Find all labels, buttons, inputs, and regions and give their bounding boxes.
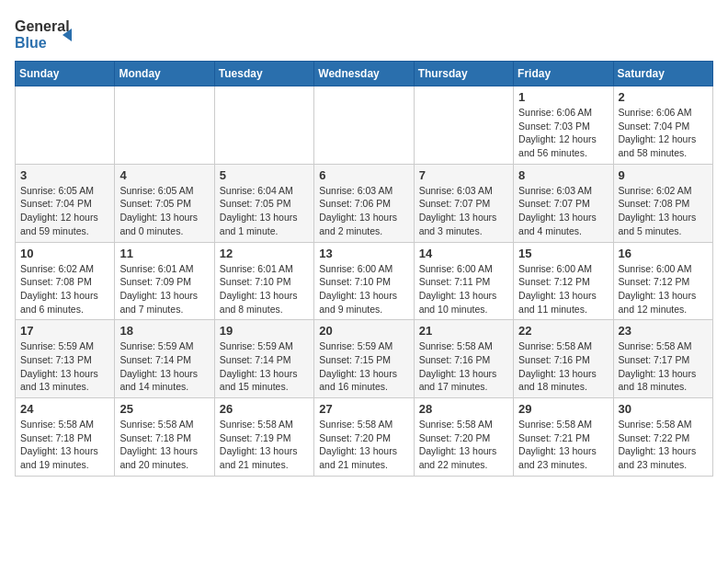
calendar-cell: 2Sunrise: 6:06 AM Sunset: 7:04 PM Daylig… bbox=[613, 86, 712, 165]
day-info: Sunrise: 5:58 AM Sunset: 7:18 PM Dayligh… bbox=[20, 418, 109, 472]
svg-text:Blue: Blue bbox=[15, 35, 47, 51]
logo: GeneralBlue bbox=[15, 15, 79, 52]
calendar-cell: 27Sunrise: 5:58 AM Sunset: 7:20 PM Dayli… bbox=[314, 398, 414, 477]
day-number: 30 bbox=[619, 402, 708, 416]
day-number: 28 bbox=[419, 402, 508, 416]
day-info: Sunrise: 6:06 AM Sunset: 7:04 PM Dayligh… bbox=[619, 106, 708, 160]
day-info: Sunrise: 6:03 AM Sunset: 7:07 PM Dayligh… bbox=[518, 184, 608, 238]
calendar-cell: 19Sunrise: 5:59 AM Sunset: 7:14 PM Dayli… bbox=[214, 320, 313, 398]
calendar-cell bbox=[414, 86, 513, 165]
day-info: Sunrise: 5:58 AM Sunset: 7:20 PM Dayligh… bbox=[319, 418, 408, 472]
day-info: Sunrise: 6:01 AM Sunset: 7:09 PM Dayligh… bbox=[119, 262, 209, 316]
day-number: 7 bbox=[419, 168, 508, 182]
day-number: 26 bbox=[220, 402, 309, 416]
calendar-cell: 15Sunrise: 6:00 AM Sunset: 7:12 PM Dayli… bbox=[514, 242, 613, 320]
weekday-header-saturday: Saturday bbox=[613, 62, 712, 86]
calendar-cell: 28Sunrise: 5:58 AM Sunset: 7:20 PM Dayli… bbox=[414, 398, 513, 477]
calendar-cell: 8Sunrise: 6:03 AM Sunset: 7:07 PM Daylig… bbox=[514, 164, 613, 242]
calendar-cell: 5Sunrise: 6:04 AM Sunset: 7:05 PM Daylig… bbox=[214, 164, 313, 242]
calendar-week-row: 10Sunrise: 6:02 AM Sunset: 7:08 PM Dayli… bbox=[16, 242, 713, 320]
day-number: 27 bbox=[319, 402, 408, 416]
day-number: 12 bbox=[220, 247, 309, 260]
weekday-header-friday: Friday bbox=[514, 62, 613, 86]
day-number: 6 bbox=[319, 168, 408, 182]
calendar-cell: 10Sunrise: 6:02 AM Sunset: 7:08 PM Dayli… bbox=[16, 242, 115, 320]
day-info: Sunrise: 5:59 AM Sunset: 7:14 PM Dayligh… bbox=[220, 339, 309, 394]
calendar-cell: 3Sunrise: 6:05 AM Sunset: 7:04 PM Daylig… bbox=[16, 164, 115, 242]
calendar-cell: 17Sunrise: 5:59 AM Sunset: 7:13 PM Dayli… bbox=[16, 320, 115, 398]
day-number: 5 bbox=[220, 168, 309, 182]
calendar-cell: 11Sunrise: 6:01 AM Sunset: 7:09 PM Dayli… bbox=[115, 242, 214, 320]
day-number: 2 bbox=[619, 90, 708, 104]
calendar-cell: 24Sunrise: 5:58 AM Sunset: 7:18 PM Dayli… bbox=[16, 398, 115, 477]
day-number: 1 bbox=[518, 90, 608, 104]
day-number: 23 bbox=[619, 324, 708, 338]
day-info: Sunrise: 6:00 AM Sunset: 7:12 PM Dayligh… bbox=[518, 262, 608, 316]
calendar-cell: 13Sunrise: 6:00 AM Sunset: 7:10 PM Dayli… bbox=[314, 242, 414, 320]
day-info: Sunrise: 5:58 AM Sunset: 7:19 PM Dayligh… bbox=[220, 418, 309, 472]
weekday-header-monday: Monday bbox=[115, 62, 214, 86]
day-info: Sunrise: 5:58 AM Sunset: 7:21 PM Dayligh… bbox=[518, 418, 608, 472]
calendar-cell: 18Sunrise: 5:59 AM Sunset: 7:14 PM Dayli… bbox=[115, 320, 214, 398]
calendar-cell: 29Sunrise: 5:58 AM Sunset: 7:21 PM Dayli… bbox=[514, 398, 613, 477]
calendar-header-row: SundayMondayTuesdayWednesdayThursdayFrid… bbox=[16, 62, 713, 86]
day-number: 25 bbox=[119, 402, 209, 416]
calendar-cell: 9Sunrise: 6:02 AM Sunset: 7:08 PM Daylig… bbox=[613, 164, 712, 242]
calendar-week-row: 24Sunrise: 5:58 AM Sunset: 7:18 PM Dayli… bbox=[16, 398, 713, 477]
day-info: Sunrise: 6:02 AM Sunset: 7:08 PM Dayligh… bbox=[20, 262, 109, 316]
day-info: Sunrise: 6:04 AM Sunset: 7:05 PM Dayligh… bbox=[220, 184, 309, 238]
calendar-week-row: 1Sunrise: 6:06 AM Sunset: 7:03 PM Daylig… bbox=[16, 86, 713, 165]
calendar-cell bbox=[115, 86, 214, 165]
calendar-cell bbox=[314, 86, 414, 165]
calendar-cell: 16Sunrise: 6:00 AM Sunset: 7:12 PM Dayli… bbox=[613, 242, 712, 320]
day-number: 24 bbox=[20, 402, 109, 416]
day-number: 9 bbox=[619, 168, 708, 182]
day-number: 17 bbox=[20, 324, 109, 338]
day-info: Sunrise: 6:05 AM Sunset: 7:05 PM Dayligh… bbox=[119, 184, 209, 238]
weekday-header-thursday: Thursday bbox=[414, 62, 513, 86]
calendar-cell: 1Sunrise: 6:06 AM Sunset: 7:03 PM Daylig… bbox=[514, 86, 613, 165]
day-info: Sunrise: 6:01 AM Sunset: 7:10 PM Dayligh… bbox=[220, 262, 309, 316]
calendar-week-row: 3Sunrise: 6:05 AM Sunset: 7:04 PM Daylig… bbox=[16, 164, 713, 242]
day-number: 8 bbox=[518, 168, 608, 182]
day-info: Sunrise: 5:58 AM Sunset: 7:17 PM Dayligh… bbox=[619, 339, 708, 394]
day-number: 22 bbox=[518, 324, 608, 338]
calendar-table: SundayMondayTuesdayWednesdayThursdayFrid… bbox=[15, 61, 713, 477]
page-header: GeneralBlue bbox=[15, 15, 713, 52]
day-info: Sunrise: 6:02 AM Sunset: 7:08 PM Dayligh… bbox=[619, 184, 708, 238]
weekday-header-wednesday: Wednesday bbox=[314, 62, 414, 86]
calendar-cell: 25Sunrise: 5:58 AM Sunset: 7:18 PM Dayli… bbox=[115, 398, 214, 477]
day-info: Sunrise: 5:58 AM Sunset: 7:16 PM Dayligh… bbox=[518, 339, 608, 394]
calendar-cell: 23Sunrise: 5:58 AM Sunset: 7:17 PM Dayli… bbox=[613, 320, 712, 398]
calendar-cell: 26Sunrise: 5:58 AM Sunset: 7:19 PM Dayli… bbox=[214, 398, 313, 477]
calendar-cell: 4Sunrise: 6:05 AM Sunset: 7:05 PM Daylig… bbox=[115, 164, 214, 242]
day-number: 21 bbox=[419, 324, 508, 338]
day-number: 29 bbox=[518, 402, 608, 416]
day-number: 19 bbox=[220, 324, 309, 338]
day-number: 14 bbox=[419, 247, 508, 260]
day-number: 11 bbox=[119, 247, 209, 260]
day-info: Sunrise: 6:00 AM Sunset: 7:12 PM Dayligh… bbox=[619, 262, 708, 316]
day-number: 15 bbox=[518, 247, 608, 260]
calendar-cell: 22Sunrise: 5:58 AM Sunset: 7:16 PM Dayli… bbox=[514, 320, 613, 398]
day-number: 10 bbox=[20, 247, 109, 260]
day-info: Sunrise: 5:58 AM Sunset: 7:22 PM Dayligh… bbox=[619, 418, 708, 472]
day-number: 13 bbox=[319, 247, 408, 260]
day-info: Sunrise: 6:00 AM Sunset: 7:11 PM Dayligh… bbox=[419, 262, 508, 316]
calendar-cell: 20Sunrise: 5:59 AM Sunset: 7:15 PM Dayli… bbox=[314, 320, 414, 398]
calendar-cell: 21Sunrise: 5:58 AM Sunset: 7:16 PM Dayli… bbox=[414, 320, 513, 398]
calendar-cell: 12Sunrise: 6:01 AM Sunset: 7:10 PM Dayli… bbox=[214, 242, 313, 320]
calendar-cell bbox=[16, 86, 115, 165]
day-info: Sunrise: 6:06 AM Sunset: 7:03 PM Dayligh… bbox=[518, 106, 608, 160]
day-info: Sunrise: 6:05 AM Sunset: 7:04 PM Dayligh… bbox=[20, 184, 109, 238]
calendar-cell: 14Sunrise: 6:00 AM Sunset: 7:11 PM Dayli… bbox=[414, 242, 513, 320]
day-info: Sunrise: 5:58 AM Sunset: 7:16 PM Dayligh… bbox=[419, 339, 508, 394]
day-info: Sunrise: 6:00 AM Sunset: 7:10 PM Dayligh… bbox=[319, 262, 408, 316]
day-number: 16 bbox=[619, 247, 708, 260]
day-number: 18 bbox=[119, 324, 209, 338]
day-info: Sunrise: 5:59 AM Sunset: 7:15 PM Dayligh… bbox=[319, 339, 408, 394]
calendar-cell: 7Sunrise: 6:03 AM Sunset: 7:07 PM Daylig… bbox=[414, 164, 513, 242]
day-info: Sunrise: 5:58 AM Sunset: 7:20 PM Dayligh… bbox=[419, 418, 508, 472]
day-number: 20 bbox=[319, 324, 408, 338]
day-info: Sunrise: 5:59 AM Sunset: 7:14 PM Dayligh… bbox=[119, 339, 209, 394]
